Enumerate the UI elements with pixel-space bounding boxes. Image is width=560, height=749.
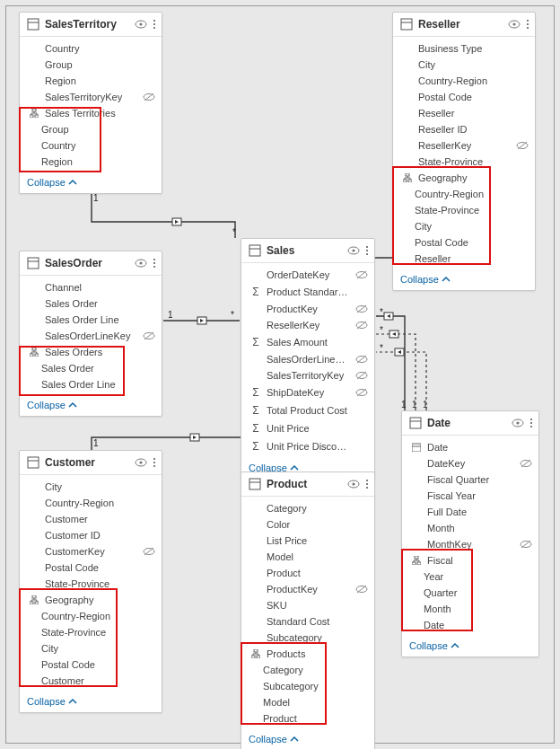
hierarchy-fiscal[interactable]: Fiscal	[402, 552, 538, 568]
hierarchy-level[interactable]: Category	[241, 662, 374, 678]
hierarchy-level[interactable]: Month	[402, 601, 538, 617]
collapse-link[interactable]: Collapse	[241, 728, 374, 749]
field[interactable]: SalesTerritoryKey	[241, 367, 374, 383]
visibility-icon[interactable]	[135, 456, 147, 469]
field[interactable]: DateKey	[402, 455, 538, 471]
collapse-link[interactable]: Collapse	[393, 269, 535, 290]
hierarchy-level[interactable]: Country	[20, 137, 162, 154]
hierarchy-level[interactable]: Postal Code	[393, 234, 535, 251]
field-country[interactable]: Country	[20, 40, 162, 57]
model-canvas[interactable]: 1 * 1 * 1 * 1 * * * 1 1 1 SalesTerritory…	[5, 5, 555, 744]
field[interactable]: State-Province	[393, 154, 535, 170]
hierarchy-level[interactable]: Country-Region	[20, 608, 162, 624]
field[interactable]: Model	[241, 549, 374, 565]
field[interactable]: ResellerKey	[393, 137, 535, 154]
table-salesterritory[interactable]: SalesTerritory Country Group Region Sale…	[19, 12, 162, 194]
field[interactable]: ProductKey	[241, 301, 374, 317]
table-header[interactable]: Date	[402, 411, 538, 436]
table-header[interactable]: Sales	[241, 239, 374, 263]
field-region[interactable]: Region	[20, 73, 162, 89]
field[interactable]: Channel	[20, 279, 162, 295]
field[interactable]: SalesOrderLineKey	[20, 328, 162, 344]
field[interactable]: City	[20, 479, 162, 495]
more-icon[interactable]	[153, 257, 156, 269]
hierarchy-sales-orders[interactable]: Sales Orders	[20, 344, 162, 360]
field[interactable]: ΣProduct Standard Cost	[241, 283, 374, 301]
collapse-link[interactable]: Collapse	[20, 172, 162, 193]
hierarchy-geography[interactable]: Geography	[393, 170, 535, 186]
field[interactable]: Color	[241, 516, 374, 533]
more-icon[interactable]	[153, 456, 156, 469]
field[interactable]: ΣShipDateKey	[241, 383, 374, 401]
table-sales[interactable]: Sales OrderDateKey ΣProduct Standard Cos…	[241, 238, 375, 480]
hierarchy-level[interactable]: City	[393, 218, 535, 234]
field[interactable]: Reseller ID	[393, 121, 535, 137]
hierarchy-level[interactable]: Reseller	[393, 251, 535, 267]
field[interactable]: Country-Region	[20, 495, 162, 511]
field-group[interactable]: Group	[20, 57, 162, 73]
hierarchy-sales-territories[interactable]: Sales Territories	[20, 105, 162, 121]
field[interactable]: MonthKey	[402, 536, 538, 552]
visibility-icon[interactable]	[135, 18, 147, 31]
hierarchy-level[interactable]: Model	[241, 694, 374, 710]
hierarchy-level[interactable]: Customer	[20, 673, 162, 689]
table-header[interactable]: Product	[241, 472, 374, 497]
field[interactable]: SalesOrderLineKey	[241, 351, 374, 367]
table-header[interactable]: Customer	[20, 451, 162, 475]
table-customer[interactable]: Customer City Country-Region Customer Cu…	[19, 450, 162, 713]
field-salesterritorykey[interactable]: SalesTerritoryKey	[20, 89, 162, 105]
field[interactable]: Fiscal Year	[402, 488, 538, 504]
hierarchy-geography[interactable]: Geography	[20, 592, 162, 608]
hierarchy-level[interactable]: Group	[20, 121, 162, 137]
table-reseller[interactable]: Reseller Business Type City Country-Regi…	[392, 12, 536, 291]
field[interactable]: SKU	[241, 597, 374, 613]
table-product[interactable]: Product Category Color List Price Model …	[241, 471, 375, 749]
more-icon[interactable]	[153, 18, 156, 31]
hierarchy-level[interactable]: Sales Order Line	[20, 376, 162, 392]
table-header[interactable]: Reseller	[393, 13, 535, 37]
table-salesorder[interactable]: SalesOrder Channel Sales Order Sales Ord…	[19, 251, 162, 417]
collapse-link[interactable]: Collapse	[402, 635, 538, 656]
field[interactable]: Customer ID	[20, 527, 162, 543]
field[interactable]: Full Date	[402, 504, 538, 520]
hierarchy-level[interactable]: Postal Code	[20, 656, 162, 673]
hierarchy-level[interactable]: City	[20, 640, 162, 656]
hierarchy-level[interactable]: State-Province	[393, 202, 535, 218]
field[interactable]: Sales Order Line	[20, 312, 162, 328]
field[interactable]: State-Province	[20, 576, 162, 592]
more-icon[interactable]	[526, 18, 529, 31]
field[interactable]: Category	[241, 500, 374, 516]
field[interactable]: Postal Code	[393, 89, 535, 105]
hierarchy-level[interactable]: Sales Order	[20, 360, 162, 376]
field[interactable]: Business Type	[393, 40, 535, 57]
visibility-icon[interactable]	[508, 18, 521, 31]
field[interactable]: Date	[402, 439, 538, 455]
table-header[interactable]: SalesTerritory	[20, 13, 162, 37]
more-icon[interactable]	[529, 417, 533, 429]
hierarchy-level[interactable]: Year	[402, 568, 538, 585]
field[interactable]: ProductKey	[241, 581, 374, 597]
field[interactable]: ΣUnit Price Discount Pct	[241, 437, 374, 455]
field[interactable]: Sales Order	[20, 295, 162, 312]
field[interactable]: ResellerKey	[241, 317, 374, 333]
hierarchy-level[interactable]: Quarter	[402, 585, 538, 601]
field[interactable]: ΣSales Amount	[241, 333, 374, 351]
field[interactable]: ΣUnit Price	[241, 419, 374, 437]
field[interactable]: Subcategory	[241, 630, 374, 646]
visibility-icon[interactable]	[512, 417, 524, 429]
hierarchy-level[interactable]: Date	[402, 617, 538, 633]
field[interactable]: Country-Region	[393, 73, 535, 89]
collapse-link[interactable]: Collapse	[20, 691, 162, 712]
visibility-icon[interactable]	[347, 244, 360, 257]
field[interactable]: List Price	[241, 533, 374, 549]
more-icon[interactable]	[365, 478, 369, 490]
table-date[interactable]: Date Date DateKey Fiscal Quarter Fiscal …	[401, 410, 539, 657]
table-header[interactable]: SalesOrder	[20, 251, 162, 276]
field[interactable]: Reseller	[393, 105, 535, 121]
hierarchy-level[interactable]: Country-Region	[393, 186, 535, 202]
visibility-icon[interactable]	[135, 257, 147, 269]
collapse-link[interactable]: Collapse	[20, 394, 162, 416]
field[interactable]: CustomerKey	[20, 543, 162, 560]
field[interactable]: City	[393, 57, 535, 73]
hierarchy-level[interactable]: State-Province	[20, 624, 162, 640]
